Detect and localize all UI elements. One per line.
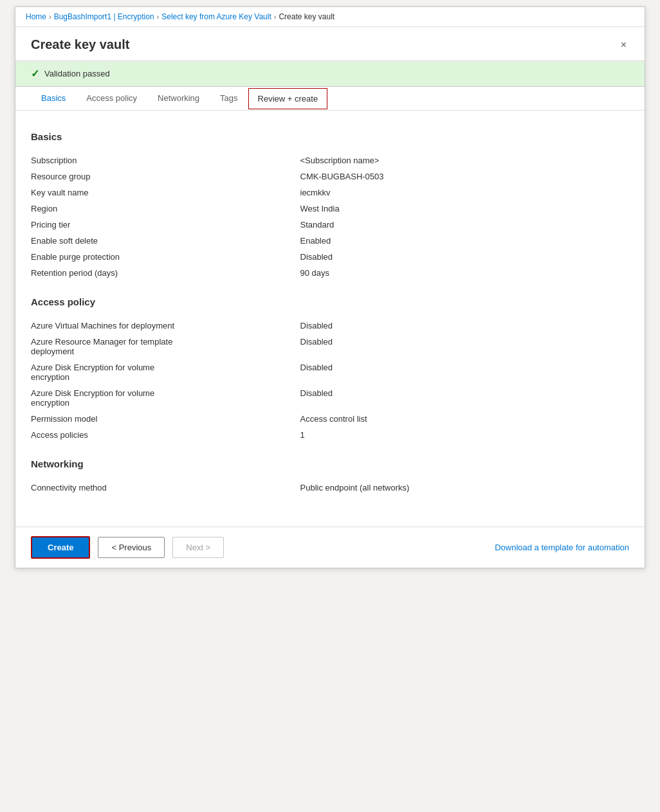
label-retention-period: Retention period (days) [31, 265, 300, 281]
download-template-link[interactable]: Download a template for automation [495, 543, 629, 552]
value-connectivity: Public endpoint (all networks) [300, 480, 630, 496]
basics-table: Subscription <Subscription name> Resourc… [31, 152, 629, 281]
label-subscription: Subscription [31, 152, 300, 168]
create-button[interactable]: Create [31, 536, 90, 559]
validation-check-icon: ✓ [31, 68, 39, 80]
breadcrumb-select-key[interactable]: Select key from Azure Key Vault [161, 12, 271, 21]
close-button[interactable]: × [618, 37, 629, 53]
table-row: Key vault name iecmkkv [31, 185, 629, 201]
breadcrumb-sep-3: › [274, 13, 277, 21]
value-access-policies: 1 [300, 427, 630, 443]
tab-access-policy[interactable]: Access policy [76, 87, 147, 111]
label-disk-encryption-1: Azure Disk Encryption for volumeencrypti… [31, 359, 300, 385]
validation-text: Validation passed [44, 69, 110, 78]
tab-basics[interactable]: Basics [31, 87, 76, 111]
label-key-vault-name: Key vault name [31, 185, 300, 201]
value-disk-encryption-1: Disabled [300, 359, 630, 385]
value-retention-period: 90 days [300, 265, 630, 281]
value-region: West India [300, 201, 630, 217]
table-row: Azure Resource Manager for templatedeplo… [31, 334, 629, 359]
table-row: Access policies 1 [31, 427, 629, 443]
tab-review-create[interactable]: Review + create [248, 88, 328, 109]
table-row: Enable purge protection Disabled [31, 249, 629, 265]
access-policy-table: Azure Virtual Machines for deployment Di… [31, 318, 629, 443]
table-row: Azure Disk Encryption for volumeencrypti… [31, 385, 629, 411]
value-soft-delete: Enabled [300, 233, 630, 249]
section-networking-title: Networking [31, 458, 629, 469]
value-resource-group: CMK-BUGBASH-0503 [300, 168, 630, 185]
table-row: Permission model Access control list [31, 411, 629, 427]
value-permission-model: Access control list [300, 411, 630, 427]
label-pricing-tier: Pricing tier [31, 217, 300, 233]
title-bar: Create key vault × [15, 27, 645, 61]
table-row: Subscription <Subscription name> [31, 152, 629, 168]
tab-networking[interactable]: Networking [147, 87, 210, 111]
main-window: Home › BugBashImport1 | Encryption › Sel… [15, 6, 645, 568]
value-disk-encryption-2: Disabled [300, 385, 630, 411]
breadcrumb-sep-2: › [157, 13, 160, 21]
table-row: Retention period (days) 90 days [31, 265, 629, 281]
label-access-policies: Access policies [31, 427, 300, 443]
table-row: Region West India [31, 201, 629, 217]
label-disk-encryption-2: Azure Disk Encryption for volumeencrypti… [31, 385, 300, 411]
value-purge-protection: Disabled [300, 249, 630, 265]
tabs: Basics Access policy Networking Tags Rev… [31, 87, 629, 110]
breadcrumb: Home › BugBashImport1 | Encryption › Sel… [15, 7, 645, 27]
label-arm-deployment: Azure Resource Manager for templatedeplo… [31, 334, 300, 359]
content-area: Basics Subscription <Subscription name> … [15, 111, 645, 527]
value-pricing-tier: Standard [300, 217, 630, 233]
validation-banner: ✓ Validation passed [15, 61, 645, 87]
label-soft-delete: Enable soft delete [31, 233, 300, 249]
footer: Create < Previous Next > Download a temp… [15, 527, 645, 568]
section-basics-title: Basics [31, 131, 629, 142]
breadcrumb-sep-1: › [49, 13, 51, 21]
table-row: Connectivity method Public endpoint (all… [31, 480, 629, 496]
previous-button[interactable]: < Previous [98, 537, 165, 558]
tabs-container: Basics Access policy Networking Tags Rev… [15, 87, 645, 111]
table-row: Azure Disk Encryption for volumeencrypti… [31, 359, 629, 385]
label-connectivity: Connectivity method [31, 480, 300, 496]
section-access-policy-title: Access policy [31, 296, 629, 307]
value-arm-deployment: Disabled [300, 334, 630, 359]
table-row: Azure Virtual Machines for deployment Di… [31, 318, 629, 334]
label-purge-protection: Enable purge protection [31, 249, 300, 265]
value-vm-deployment: Disabled [300, 318, 630, 334]
table-row: Enable soft delete Enabled [31, 233, 629, 249]
next-button: Next > [172, 537, 224, 558]
label-region: Region [31, 201, 300, 217]
page-title: Create key vault [31, 37, 129, 52]
label-permission-model: Permission model [31, 411, 300, 427]
label-vm-deployment: Azure Virtual Machines for deployment [31, 318, 300, 334]
value-subscription: <Subscription name> [300, 152, 630, 168]
networking-table: Connectivity method Public endpoint (all… [31, 480, 629, 496]
label-resource-group: Resource group [31, 168, 300, 185]
breadcrumb-encryption[interactable]: BugBashImport1 | Encryption [54, 12, 154, 21]
breadcrumb-home[interactable]: Home [26, 12, 46, 21]
table-row: Pricing tier Standard [31, 217, 629, 233]
value-key-vault-name: iecmkkv [300, 185, 630, 201]
tab-tags[interactable]: Tags [210, 87, 248, 111]
breadcrumb-current: Create key vault [279, 12, 335, 21]
table-row: Resource group CMK-BUGBASH-0503 [31, 168, 629, 185]
